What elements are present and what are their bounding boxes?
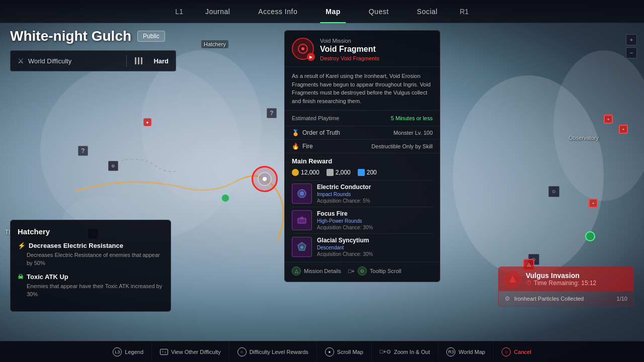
bottom-other-difficulty[interactable]: ↑↓ View Other Difficulty xyxy=(152,341,229,363)
mission-details-label: Mission Details xyxy=(304,268,341,274)
mission-details-icon: △ xyxy=(292,266,301,276)
tooltip-scroll-btn[interactable]: □+ ⊙ Tooltip Scroll xyxy=(348,266,401,276)
gear-value: 2,000 xyxy=(336,169,351,176)
marker-r-3[interactable]: ⊙ xyxy=(548,186,559,197)
marker-nav-1[interactable]: ⊕ xyxy=(108,161,118,171)
reward-item-3-info: Glacial Syncytium Descendant Acquisition… xyxy=(317,237,373,257)
nav-item-map[interactable]: Map xyxy=(311,0,355,23)
difficulty-rewards-icon: ○ xyxy=(237,347,247,356)
vulgus-header: Vulgus Invasion ⏱ Time Remaining: 15:12 xyxy=(499,267,633,291)
reward-icon-3 xyxy=(292,237,312,257)
nav-item-journal[interactable]: Journal xyxy=(191,0,244,23)
vulgus-progress-label: Ironheart Particles Collected xyxy=(514,296,613,302)
buff-1-title: Decreases Electric Resistance xyxy=(29,242,123,249)
reward-item-3: Glacial Syncytium Descendant Acquisition… xyxy=(292,233,433,260)
mission-details-btn[interactable]: △ Mission Details xyxy=(292,266,341,276)
bottom-world-map[interactable]: R3 World Map xyxy=(438,341,494,363)
bottom-scroll-map[interactable]: ● Scroll Map xyxy=(317,341,372,363)
mission-name: Void Fragment xyxy=(320,45,433,54)
map-zoom-out[interactable]: − xyxy=(626,47,637,58)
reward-title: Main Reward xyxy=(292,157,433,165)
difficulty-icon: ⚔ xyxy=(18,57,24,65)
difficulty-bar[interactable]: ⚔ World Difficulty Hard xyxy=(10,50,176,71)
reward-item-1-info: Electric Conductor Impact Rounds Acquisi… xyxy=(317,184,371,204)
zoom-label: Zoom In & Out xyxy=(394,349,430,355)
cancel-label: Cancel xyxy=(514,349,531,355)
location-header: White-night Gulch Public xyxy=(10,28,165,44)
blue-value: 200 xyxy=(367,169,377,176)
buff-toxic-icon: ☠ xyxy=(18,273,24,281)
legend-label: Legend xyxy=(125,349,143,355)
marker-r-4[interactable]: + xyxy=(589,199,598,208)
zoom-combo-icon: □+⊙ xyxy=(380,348,391,355)
buff-electric-icon: ⚡ xyxy=(18,242,26,249)
marker-small-2[interactable]: ? xyxy=(78,146,88,156)
bottom-legend[interactable]: L3 Legend xyxy=(105,341,152,363)
mission-fire-row: 🔥 Fire Destructible Only by Skill xyxy=(285,140,440,153)
reward-item-2-info: Focus Fire High-Power Rounds Acquisition… xyxy=(317,210,373,230)
mission-panel: ▶ Void Mission Void Fragment Destroy Voi… xyxy=(284,30,440,282)
map-zoom-in[interactable]: + xyxy=(626,34,637,45)
vulgus-icon xyxy=(505,271,521,287)
tooltip-combo-icon: □+ xyxy=(348,268,355,274)
reward-item-2: Focus Fire High-Power Rounds Acquisition… xyxy=(292,207,433,233)
l1-button[interactable]: L1 xyxy=(167,8,191,16)
bottom-zoom[interactable]: □+⊙ Zoom In & Out xyxy=(372,341,439,363)
vulgus-progress-row: ⚙ Ironheart Particles Collected 1/10 xyxy=(499,291,633,306)
world-map-icon: R3 xyxy=(446,347,455,356)
marker-r-1[interactable]: + xyxy=(604,115,613,124)
order-label: Order of Truth xyxy=(302,129,340,136)
buff-2-desc: Enemies that appear have their Toxic ATK… xyxy=(18,283,164,298)
scroll-map-icon: ● xyxy=(325,347,334,356)
map-nav-controls[interactable]: + − xyxy=(626,34,637,58)
vulgus-progress-value: 1/10 xyxy=(617,296,627,302)
scroll-map-label: Scroll Map xyxy=(337,349,363,355)
hatchery-map-label: Hatchery xyxy=(201,40,228,48)
vulgus-title: Vulgus Invasion xyxy=(526,272,596,280)
reward-item-3-chance: Acquisition Chance: 30% xyxy=(317,251,373,257)
other-difficulty-icon: ↑↓ xyxy=(160,349,168,355)
svg-point-6 xyxy=(300,192,304,196)
buff-2-title: Toxic ATK Up xyxy=(27,273,68,281)
order-icon: 🏅 xyxy=(292,129,299,136)
nav-item-social[interactable]: Social xyxy=(403,0,452,23)
public-badge[interactable]: Public xyxy=(137,31,165,42)
vulgus-panel: Vulgus Invasion ⏱ Time Remaining: 15:12 … xyxy=(498,266,634,307)
bottom-difficulty-rewards[interactable]: ○ Difficulty Level Rewards xyxy=(229,341,317,363)
hatchery-buff-2: ☠ Toxic ATK Up Enemies that appear have … xyxy=(18,273,164,298)
marker-question-1[interactable]: ? xyxy=(267,108,277,118)
gear-currency-icon xyxy=(327,169,334,176)
mission-description: As a result of Karel using the Ironheart… xyxy=(285,67,440,111)
difficulty-divider xyxy=(126,55,127,67)
timer-value: 15:12 xyxy=(581,280,596,287)
mission-footer: △ Mission Details □+ ⊙ Tooltip Scroll xyxy=(285,262,440,276)
cancel-icon: ○ xyxy=(502,347,511,356)
marker-r-2[interactable]: + xyxy=(619,125,628,134)
blue-currency-icon xyxy=(358,169,365,176)
location-name: White-night Gulch xyxy=(10,28,131,44)
reward-item-1-name: Electric Conductor xyxy=(317,184,371,191)
playtime-label: Estimated Playtime xyxy=(292,115,339,121)
reward-item-2-sub: High-Power Rounds xyxy=(317,218,373,224)
reward-item-3-sub: Descendant xyxy=(317,245,373,250)
hatchery-title: Hatchery xyxy=(18,227,164,236)
marker-green-r[interactable] xyxy=(585,231,595,241)
nav-item-quest[interactable]: Quest xyxy=(355,0,403,23)
reward-item-2-chance: Acquisition Chance: 30% xyxy=(317,225,373,230)
bottom-cancel[interactable]: ○ Cancel xyxy=(494,341,539,363)
nav-item-access-info[interactable]: Access Info xyxy=(244,0,311,23)
reward-item-1: Electric Conductor Impact Rounds Acquisi… xyxy=(292,180,433,207)
vulgus-gear-icon: ⚙ xyxy=(505,295,510,302)
marker-small-1[interactable]: ● xyxy=(143,118,151,126)
reward-section: Main Reward 12,000 2,000 200 Electric Co… xyxy=(285,153,440,260)
tooltip-icon: ⊙ xyxy=(358,266,367,276)
svg-rect-8 xyxy=(300,217,303,219)
mission-selected-marker[interactable] xyxy=(252,166,278,192)
playtime-value: 5 Minutes or less xyxy=(391,115,433,122)
hatchery-buff-1: ⚡ Decreases Electric Resistance Decrease… xyxy=(18,242,164,267)
reward-item-1-chance: Acquisition Chance: 5% xyxy=(317,198,371,204)
r1-button[interactable]: R1 xyxy=(452,8,477,16)
marker-green-1[interactable] xyxy=(221,194,229,202)
reward-currencies: 12,000 2,000 200 xyxy=(292,169,433,176)
legend-icon: L3 xyxy=(113,347,122,356)
